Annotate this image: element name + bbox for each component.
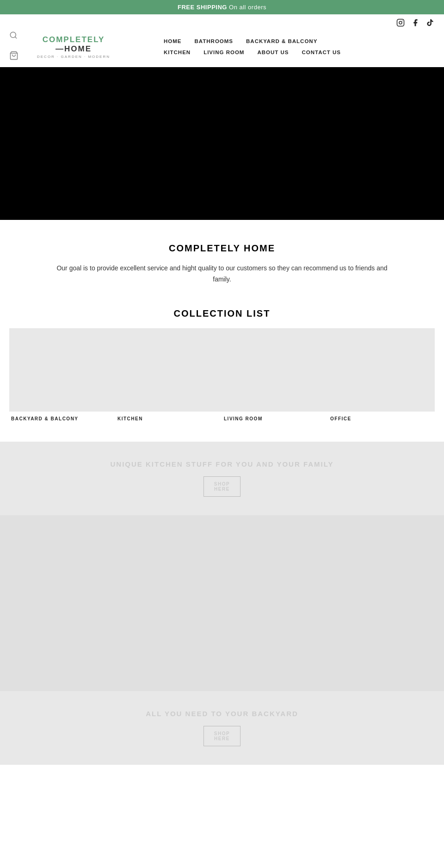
collection-item-backyard[interactable]: BACKYARD & BALCONY (9, 328, 116, 423)
logo[interactable]: COMPLETELY —HOME DECOR · GARDEN · MODERN (37, 36, 110, 59)
collection-section: COLLECTION LIST BACKYARD & BALCONY KITCH… (0, 299, 444, 437)
nav-item-home[interactable]: HOME (157, 36, 188, 47)
collection-img-office (328, 328, 435, 412)
promo-2-shop-button[interactable]: SHOPHERE (204, 726, 240, 746)
nav-top-row: HOME BATHROOMS BACKYARD & BALCONY (157, 36, 435, 47)
collection-title: COLLECTION LIST (9, 308, 435, 319)
logo-line2: —HOME (37, 44, 110, 54)
svg-rect-0 (397, 19, 404, 26)
nav-item-living-room[interactable]: LIVING ROOM (197, 47, 251, 58)
collection-grid: BACKYARD & BALCONY KITCHEN LIVING ROOM O… (9, 328, 435, 423)
logo-line1: COMPLETELY (37, 36, 110, 44)
nav-item-contact-us[interactable]: CONTACT US (296, 47, 348, 58)
header: COMPLETELY —HOME DECOR · GARDEN · MODERN… (0, 31, 444, 67)
tiktok-icon[interactable] (426, 18, 435, 27)
nav: HOME BATHROOMS BACKYARD & BALCONY KITCHE… (157, 36, 435, 58)
collection-label-backyard: BACKYARD & BALCONY (9, 412, 116, 423)
collection-item-kitchen[interactable]: KITCHEN (116, 328, 222, 423)
social-bar (0, 14, 444, 31)
collection-img-kitchen (116, 328, 222, 412)
promo-banner-1: UNIQUE KITCHEN STUFF FOR YOU AND YOUR FA… (0, 442, 444, 515)
banner-bold-text: FREE SHIPPING (178, 4, 227, 11)
collection-img-backyard (9, 328, 116, 412)
collection-item-living-room[interactable]: LIVING ROOM (222, 328, 328, 423)
promo-2-text: ALL YOU NEED TO YOUR BACKYARD (146, 710, 298, 718)
promo-1-shop-button[interactable]: SHOPHERE (204, 476, 240, 497)
banner-regular-text: On all orders (227, 4, 266, 11)
instagram-icon[interactable] (396, 18, 405, 27)
hero-image (0, 67, 444, 220)
about-description: Our goal is to provide excellent service… (56, 263, 388, 285)
logo-subtitle: DECOR · GARDEN · MODERN (37, 55, 110, 59)
svg-point-1 (399, 21, 402, 24)
nav-item-backyard[interactable]: BACKYARD & BALCONY (240, 36, 324, 47)
collection-item-office[interactable]: OFFICE (328, 328, 435, 423)
nav-item-about-us[interactable]: ABOUT US (251, 47, 295, 58)
svg-line-4 (15, 37, 16, 38)
nav-bottom-row: KITCHEN LIVING ROOM ABOUT US CONTACT US (157, 47, 435, 58)
nav-item-kitchen[interactable]: KITCHEN (157, 47, 197, 58)
facebook-icon[interactable] (411, 18, 420, 27)
collection-label-kitchen: KITCHEN (116, 412, 222, 423)
nav-item-bathrooms[interactable]: BATHROOMS (188, 36, 240, 47)
top-banner: FREE SHIPPING On all orders (0, 0, 444, 14)
promo-1-text: UNIQUE KITCHEN STUFF FOR YOU AND YOUR FA… (110, 460, 333, 468)
about-section: COMPLETELY HOME Our goal is to provide e… (0, 220, 444, 299)
svg-point-2 (402, 20, 403, 21)
collection-label-living-room: LIVING ROOM (222, 412, 328, 423)
about-title: COMPLETELY HOME (56, 243, 388, 254)
collection-label-office: OFFICE (328, 412, 435, 423)
footer-spacer (0, 765, 444, 793)
collection-img-living-room (222, 328, 328, 412)
backyard-image-block (0, 515, 444, 691)
promo-banner-2: ALL YOU NEED TO YOUR BACKYARD SHOPHERE (0, 691, 444, 765)
